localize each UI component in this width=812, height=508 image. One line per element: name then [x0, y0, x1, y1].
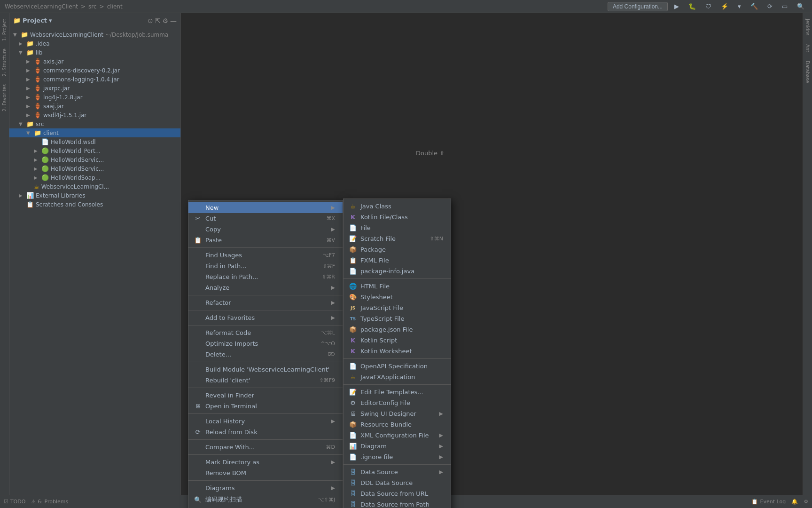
sidebar-tab-favorites[interactable]: 2: Favorites	[1, 80, 8, 115]
event-log-button[interactable]: 📋 Event Log	[751, 499, 786, 505]
menu-item-cut[interactable]: ✂ Cut ⌘X	[188, 213, 343, 224]
coverage-button[interactable]: 🛡	[703, 2, 714, 11]
sub-data-source-url[interactable]: 🗄 Data Source from URL	[344, 488, 451, 499]
sub-html[interactable]: 🌐 HTML File	[344, 281, 451, 292]
tree-idea[interactable]: ▶ 📁 .idea	[9, 39, 180, 48]
collapse-all-icon[interactable]: ⇱	[155, 17, 161, 24]
sep4	[188, 325, 343, 325]
sub-stylesheet[interactable]: 🎨 Stylesheet	[344, 292, 451, 302]
sub-resource-bundle[interactable]: 📦 Resource Bundle	[344, 419, 451, 430]
menu-item-diagrams[interactable]: Diagrams ▶	[188, 483, 343, 493]
menu-item-paste[interactable]: 📋 Paste ⌘V	[188, 235, 343, 246]
tree-jaxrpc[interactable]: ▶ 🏺 jaxrpc.jar	[9, 84, 180, 93]
menu-item-reload[interactable]: ⟳ Reload from Disk	[188, 427, 343, 437]
tree-lib[interactable]: ▼ 📁 lib	[9, 48, 180, 57]
menu-item-build-module[interactable]: Build Module 'WebserviceLearningClient'	[188, 364, 343, 375]
bell-icon: 🔔	[791, 499, 798, 505]
tree-hw-port-arrow: ▶	[34, 148, 39, 153]
sub-diagram[interactable]: 📊 Diagram ▶	[344, 441, 451, 452]
tree-root[interactable]: ▼ 📁 WebserviceLearningClient ~/Desktop/J…	[9, 30, 180, 39]
menu-item-remove-bom[interactable]: Remove BOM	[188, 468, 343, 478]
sub-javafx[interactable]: ☕ JavaFXApplication	[344, 372, 451, 382]
ts-icon: TS	[349, 317, 357, 321]
menu-item-disable-realtime[interactable]: 🔴 关闭实时检测功能	[188, 506, 343, 508]
terminal-button[interactable]: ▭	[779, 2, 790, 11]
tree-axis[interactable]: ▶ 🏺 axis.jar	[9, 57, 180, 66]
tree-log4j-icon: 🏺	[34, 94, 41, 101]
sub-package[interactable]: 📦 Package	[344, 244, 451, 255]
menu-item-code-scan[interactable]: 🔍 编码规约扫描 ⌥⇧⌘J	[188, 493, 343, 506]
menu-item-rebuild[interactable]: Rebuild 'client' ⇧⌘F9	[188, 375, 343, 386]
tree-jaxrpc-icon: 🏺	[34, 85, 41, 92]
menu-item-new[interactable]: New ▶	[188, 202, 343, 213]
tree-external-icon: 📊	[26, 192, 34, 199]
right-tab-ant[interactable]: Ant	[804, 40, 811, 56]
sep3	[188, 310, 343, 310]
debug-button[interactable]: 🐛	[686, 2, 699, 11]
settings-icon[interactable]: ⚙	[162, 17, 168, 24]
sub-kotlin-class[interactable]: K Kotlin File/Class	[344, 212, 451, 222]
sub-openapi[interactable]: 📄 OpenAPI Specification	[344, 361, 451, 372]
notifications-button[interactable]: 🔔	[791, 499, 798, 505]
profile-button[interactable]: ⚡	[718, 2, 731, 11]
settings-bottom-button[interactable]: ⚙	[804, 499, 808, 505]
todo-button[interactable]: ☑ TODO	[4, 499, 25, 505]
problems-button[interactable]: ⚠ 6: Problems	[31, 499, 68, 505]
sub-scratch-file[interactable]: 📝 Scratch File ⇧⌘N	[344, 233, 451, 244]
right-tab-jenkins[interactable]: Jenkins	[804, 15, 811, 40]
menu-item-compare[interactable]: Compare With... ⌘D	[188, 442, 343, 452]
sub-ts[interactable]: TS TypeScript File	[344, 313, 451, 324]
sub-file[interactable]: 📄 File	[344, 222, 451, 233]
build-button[interactable]: 🔨	[748, 2, 761, 11]
add-configuration-button[interactable]: Add Configuration...	[608, 2, 668, 11]
sub-data-source[interactable]: 🗄 Data Source ▶	[344, 467, 451, 477]
sub-ignore-file[interactable]: 📄 .ignore file ▶	[344, 452, 451, 462]
menu-item-local-history[interactable]: Local History ▶	[188, 416, 343, 427]
local-history-arrow: ▶	[331, 418, 335, 424]
sub-java-class[interactable]: ☕ Java Class	[344, 201, 451, 212]
right-tab-database[interactable]: Database	[804, 57, 811, 87]
tree-hw-port-icon: 🟢	[41, 147, 49, 154]
sub-js[interactable]: JS JavaScript File	[344, 302, 451, 313]
run-more-button[interactable]: ▾	[735, 2, 744, 11]
sub-data-source-path[interactable]: 🗄 Data Source from Path	[344, 499, 451, 508]
menu-item-replace-in-path[interactable]: Replace in Path... ⇧⌘R	[188, 271, 343, 282]
git-button[interactable]: ⟳	[765, 2, 775, 11]
close-panel-icon[interactable]: —	[170, 17, 177, 24]
menu-item-delete[interactable]: Delete... ⌦	[188, 349, 343, 360]
sidebar-tab-project[interactable]: 1: Project	[1, 15, 8, 45]
ignore-arrow: ▶	[439, 454, 443, 460]
sub-fxml[interactable]: 📋 FXML File	[344, 255, 451, 266]
sub-edit-templates[interactable]: 📝 Edit File Templates...	[344, 387, 451, 397]
sub-package-json[interactable]: 📦 package.json File	[344, 324, 451, 335]
sub-kotlin-script[interactable]: K Kotlin Script	[344, 335, 451, 346]
dropdown-icon[interactable]: ▾	[49, 17, 52, 24]
menu-item-reformat[interactable]: Reformat Code ⌥⌘L	[188, 327, 343, 338]
menu-item-open-terminal[interactable]: 🖥 Open in Terminal	[188, 401, 343, 412]
sub-xml-config[interactable]: 📄 XML Configuration File ▶	[344, 430, 451, 441]
run-button[interactable]: ▶	[671, 2, 682, 11]
sub-kotlin-worksheet[interactable]: K Kotlin Worksheet	[344, 346, 451, 357]
menu-item-analyze[interactable]: Analyze ▶	[188, 282, 343, 293]
sub-swing-designer[interactable]: 🖥 Swing UI Designer ▶	[344, 408, 451, 419]
sub-package-info[interactable]: 📄 package-info.java	[344, 266, 451, 277]
menu-item-mark-dir[interactable]: Mark Directory as ▶	[188, 457, 343, 468]
sidebar-tab-structure[interactable]: 2: Structure	[1, 45, 8, 80]
menu-item-reveal-finder[interactable]: Reveal in Finder	[188, 390, 343, 401]
menu-item-optimize-imports[interactable]: Optimize Imports ^⌥O	[188, 338, 343, 349]
tree-commons-disc[interactable]: ▶ 🏺 commons-discovery-0.2.jar	[9, 66, 180, 75]
tree-commons-log[interactable]: ▶ 🏺 commons-logging-1.0.4.jar	[9, 75, 180, 84]
tree-axis-label: axis.jar	[43, 58, 63, 65]
sub-ddl-data-source[interactable]: 🗄 DDL Data Source	[344, 477, 451, 488]
search-everywhere-button[interactable]: 🔍	[794, 2, 807, 11]
menu-item-copy[interactable]: Copy ▶	[188, 224, 343, 235]
sub-editorconfig[interactable]: ⚙ EditorConfig File	[344, 397, 451, 408]
tree-log4j[interactable]: ▶ 🏺 log4j-1.2.8.jar	[9, 93, 180, 102]
menu-item-add-favorites[interactable]: Add to Favorites ▶	[188, 312, 343, 323]
menu-item-find-in-path[interactable]: Find in Path... ⇧⌘F	[188, 261, 343, 271]
package-icon: 📦	[349, 246, 357, 253]
menu-item-refactor[interactable]: Refactor ▶	[188, 297, 343, 308]
menu-item-find-usages[interactable]: Find Usages ⌥F7	[188, 250, 343, 261]
diagram-arrow: ▶	[439, 443, 443, 449]
scope-icon[interactable]: ⊙	[148, 17, 153, 24]
